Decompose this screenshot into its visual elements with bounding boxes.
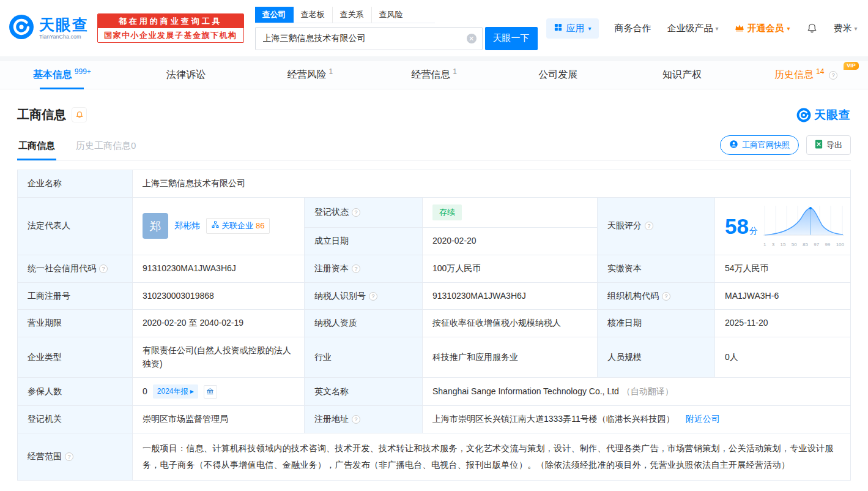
- company-name-value: 上海三鹅信息技术有限公司: [133, 170, 851, 198]
- subtab-business-info[interactable]: 工商信息: [17, 135, 56, 160]
- tab-intellectual-property[interactable]: 知识产权: [620, 61, 744, 89]
- help-icon[interactable]: ?: [662, 292, 670, 301]
- search-tabs: 查公司 查老板 查关系 查风险: [255, 7, 435, 23]
- excel-export-icon: [815, 140, 823, 151]
- score-value: 58: [725, 214, 749, 238]
- user-name: 费米: [834, 23, 852, 34]
- search-tab-company[interactable]: 查公司: [255, 7, 294, 23]
- approval-date-label: 核准日期: [598, 310, 715, 337]
- help-icon[interactable]: ?: [369, 292, 377, 301]
- nav-enterprise-products[interactable]: 企业级产品 ▾: [667, 23, 719, 34]
- english-name-value: Shanghai Sange Information Technology Co…: [432, 386, 619, 396]
- establish-date-label: 成立日期: [305, 227, 423, 255]
- snapshot-icon: [729, 140, 738, 151]
- table-row: 经营范围? 一般项目：信息、计算机科技领域内的技术咨询、技术开发、技术转让和技术…: [18, 433, 851, 481]
- help-icon[interactable]: ?: [352, 264, 360, 273]
- subtab-row: 工商信息 历史工商信息0 工商官网快照 导出: [17, 135, 851, 161]
- insured-count-label: 参保人数: [18, 378, 133, 406]
- org-code-value: MA1JWA3H-6: [715, 282, 851, 310]
- search-area: 查公司 查老板 查关系 查风险 ✕ 天眼一下: [255, 7, 538, 50]
- chevron-down-icon: ▾: [588, 25, 592, 32]
- table-row: 参保人数 0 2024年报 ▸ 英文名称 Shanghai Sange Info…: [18, 378, 851, 406]
- user-menu[interactable]: 费米 ▾: [834, 23, 858, 34]
- reg-authority-label: 登记机关: [18, 405, 133, 433]
- company-type-value: 有限责任公司(自然人投资或控股的法人独资): [133, 337, 305, 377]
- chevron-down-icon: ▾: [716, 25, 719, 32]
- company-section-tabbar: 基本信息 999+ 法律诉讼 经营风险 1 经营信息 1 公司发展 知识产权 V…: [0, 61, 868, 89]
- help-icon[interactable]: ?: [352, 208, 360, 217]
- reg-capital-label: 注册资本?: [305, 255, 423, 282]
- main-content: 工商信息 天眼查 工商信息 历史工商信息0 工商官网快照 导出: [0, 89, 868, 481]
- tab-company-development[interactable]: 公司发展: [496, 61, 620, 89]
- reg-capital-value: 100万人民币: [423, 255, 598, 282]
- divider-strip: [0, 56, 868, 61]
- help-icon[interactable]: ?: [829, 71, 837, 80]
- vip-badge: VIP: [844, 62, 859, 70]
- business-term-label: 营业期限: [18, 310, 133, 337]
- reg-number-label: 工商注册号: [18, 282, 133, 310]
- paid-capital-label: 实缴资本: [598, 255, 715, 282]
- header-right-nav: 应用 ▾ 商务合作 企业级产品 ▾ 开通会员 ▾ 费米 ▾: [546, 18, 858, 39]
- tab-operation-risk[interactable]: 经营风险 1: [248, 61, 372, 89]
- search-input[interactable]: [255, 27, 483, 50]
- table-row: 营业期限 2020-02-20 至 2040-02-19 纳税人资质 按征收率征…: [18, 310, 851, 337]
- tyc-score-label: 天眼评分?: [598, 197, 715, 255]
- tab-operation-info[interactable]: 经营信息 1: [372, 61, 496, 89]
- nav-business-cooperation[interactable]: 商务合作: [615, 23, 651, 34]
- subscribe-bell-icon[interactable]: [72, 107, 87, 122]
- org-chart-icon: [212, 220, 219, 232]
- score-axis-labels: 131550859799100: [763, 241, 844, 249]
- watermark-logo: 天眼查: [796, 107, 851, 123]
- legal-rep-name-link[interactable]: 郑彬炜: [174, 219, 200, 233]
- official-snapshot-button[interactable]: 工商官网快照: [720, 135, 799, 155]
- tab-basic-info[interactable]: 基本信息 999+: [0, 61, 124, 89]
- clear-search-icon[interactable]: ✕: [467, 34, 477, 43]
- legal-rep-avatar[interactable]: 郑: [143, 213, 168, 239]
- tab-history-info[interactable]: VIP 历史信息 14 ?: [744, 61, 868, 89]
- top-header: 天眼查 TianYanCha.com 都在用的商业查询工具 国家中小企业发展子基…: [0, 0, 868, 56]
- reg-status-value: 存续: [423, 197, 598, 227]
- nav-open-vip[interactable]: 开通会员 ▾: [735, 23, 790, 34]
- reg-number-value: 310230003019868: [133, 282, 305, 310]
- notification-bell-icon[interactable]: [806, 23, 818, 34]
- establish-date-value: 2020-02-20: [423, 227, 598, 255]
- nearby-companies-link[interactable]: 附近公司: [686, 414, 720, 424]
- help-icon[interactable]: ?: [645, 222, 653, 230]
- tianyancha-logo-icon: [9, 14, 34, 42]
- annual-report-badge[interactable]: 2024年报 ▸: [153, 384, 198, 399]
- promo-banner: 都在用的商业查询工具 国家中小企业发展子基金旗下机构: [97, 13, 244, 43]
- promo-banner-line2: 国家中小企业发展子基金旗下机构: [98, 28, 243, 42]
- credit-code-value: 91310230MA1JWA3H6J: [133, 255, 305, 282]
- tyc-score-cell: 58分: [715, 197, 851, 255]
- apps-menu[interactable]: 应用 ▾: [546, 18, 599, 39]
- auto-translate-note: （自动翻译）: [622, 386, 673, 396]
- related-companies-button[interactable]: 关联企业 86: [206, 218, 270, 234]
- chevron-down-icon: ▾: [855, 25, 858, 32]
- apps-menu-label: 应用: [566, 23, 585, 34]
- search-tab-boss[interactable]: 查老板: [294, 7, 333, 23]
- table-row: 工商注册号 310230003019868 纳税人识别号? 91310230MA…: [18, 282, 851, 310]
- table-row: 企业类型 有限责任公司(自然人投资或控股的法人独资) 行业 科技推广和应用服务业…: [18, 337, 851, 377]
- help-icon[interactable]: ?: [352, 415, 360, 424]
- logo-text-en: TianYanCha.com: [39, 34, 89, 40]
- tab-legal-proceedings[interactable]: 法律诉讼: [124, 61, 248, 89]
- search-tab-relation[interactable]: 查关系: [333, 7, 372, 23]
- promo-banner-line1: 都在用的商业查询工具: [98, 14, 243, 28]
- search-tab-risk[interactable]: 查风险: [372, 7, 410, 23]
- chevron-down-icon: ▾: [787, 25, 790, 32]
- apps-grid-icon: [554, 23, 563, 34]
- credit-code-label: 统一社会信用代码?: [18, 255, 133, 282]
- logo-text-cn: 天眼查: [39, 17, 89, 34]
- english-name-cell: Shanghai Sange Information Technology Co…: [423, 378, 851, 406]
- help-icon[interactable]: ?: [99, 264, 108, 273]
- paid-capital-value: 54万人民币: [715, 255, 851, 282]
- english-name-label: 英文名称: [305, 378, 423, 406]
- table-row: 登记机关 崇明区市场监督管理局 注册地址? 上海市崇明区长兴镇江南大道1333弄…: [18, 405, 851, 433]
- search-button[interactable]: 天眼一下: [485, 27, 538, 50]
- export-button[interactable]: 导出: [806, 135, 851, 155]
- tianyancha-logo[interactable]: 天眼查 TianYanCha.com: [9, 14, 89, 42]
- industry-label: 行业: [305, 337, 423, 377]
- subtab-history-business-info[interactable]: 历史工商信息0: [75, 135, 137, 160]
- social-insurance-icon[interactable]: [204, 385, 217, 399]
- help-icon[interactable]: ?: [65, 452, 73, 461]
